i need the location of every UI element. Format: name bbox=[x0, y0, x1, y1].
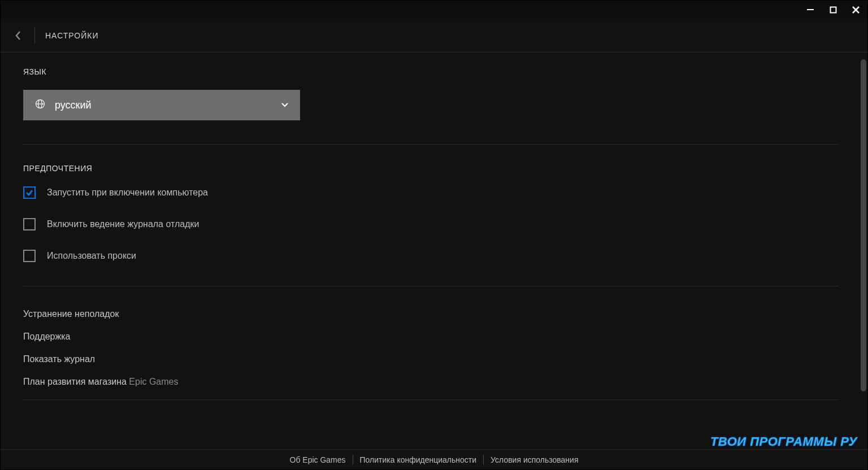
minimize-icon bbox=[806, 6, 814, 14]
link-roadmap-brand: Epic Games bbox=[129, 377, 178, 386]
globe-icon bbox=[34, 98, 46, 112]
link-support[interactable]: Поддержка bbox=[23, 332, 839, 342]
page-header: НАСТРОЙКИ bbox=[1, 19, 867, 53]
svg-rect-1 bbox=[830, 7, 836, 12]
close-button[interactable] bbox=[850, 5, 861, 15]
footer-divider bbox=[353, 455, 353, 465]
section-divider bbox=[23, 144, 839, 145]
app-window: НАСТРОЙКИ ЯЗЫК русский ПРЕДПОЧТЕНИЯ bbox=[0, 0, 868, 470]
pref-label: Включить ведение журнала отладки bbox=[47, 219, 199, 229]
language-heading: ЯЗЫК bbox=[23, 67, 839, 76]
page-title: НАСТРОЙКИ bbox=[45, 31, 99, 40]
titlebar bbox=[1, 1, 867, 19]
checkbox-proxy[interactable] bbox=[23, 250, 36, 262]
pref-label: Использовать прокси bbox=[47, 251, 136, 261]
footer-about-link[interactable]: Об Epic Games bbox=[290, 455, 346, 464]
pref-row-proxy[interactable]: Использовать прокси bbox=[23, 250, 839, 262]
header-divider bbox=[34, 27, 35, 44]
footer-privacy-link[interactable]: Политика конфиденциальности bbox=[360, 455, 477, 464]
link-troubleshooting[interactable]: Устранение неполадок bbox=[23, 309, 839, 319]
page-body: ЯЗЫК русский ПРЕДПОЧТЕНИЯ Запусти bbox=[1, 53, 867, 469]
pref-row-run-on-startup[interactable]: Запустить при включении компьютера bbox=[23, 186, 839, 199]
chevron-left-icon bbox=[14, 30, 22, 41]
scrollbar[interactable] bbox=[861, 59, 866, 446]
language-selected-label: русский bbox=[55, 99, 92, 111]
checkmark-icon bbox=[25, 189, 33, 197]
pref-row-debug-log[interactable]: Включить ведение журнала отладки bbox=[23, 218, 839, 230]
scroll-area[interactable]: ЯЗЫК русский ПРЕДПОЧТЕНИЯ Запусти bbox=[1, 53, 862, 449]
section-divider bbox=[23, 399, 839, 400]
scrollbar-thumb[interactable] bbox=[861, 59, 866, 391]
link-roadmap[interactable]: План развития магазина Epic Games bbox=[23, 377, 839, 387]
link-show-log[interactable]: Показать журнал bbox=[23, 354, 839, 364]
maximize-button[interactable] bbox=[828, 5, 838, 15]
chevron-down-icon bbox=[281, 100, 289, 110]
links-block: Устранение неполадок Поддержка Показать … bbox=[23, 306, 839, 387]
minimize-button[interactable] bbox=[805, 5, 815, 15]
close-icon bbox=[852, 6, 860, 14]
section-divider bbox=[23, 286, 839, 286]
footer-terms-link[interactable]: Условия использования bbox=[491, 455, 578, 464]
link-roadmap-text: План развития магазина bbox=[23, 377, 129, 386]
checkbox-run-on-startup[interactable] bbox=[23, 186, 36, 199]
preferences-heading: ПРЕДПОЧТЕНИЯ bbox=[23, 164, 839, 173]
back-button[interactable] bbox=[12, 29, 24, 42]
language-select[interactable]: русский bbox=[23, 90, 300, 120]
footer-divider bbox=[483, 455, 484, 465]
footer: Об Epic Games Политика конфиденциальност… bbox=[1, 449, 867, 469]
pref-label: Запустить при включении компьютера bbox=[47, 188, 208, 198]
checkbox-debug-log[interactable] bbox=[23, 218, 36, 230]
maximize-icon bbox=[830, 6, 837, 14]
